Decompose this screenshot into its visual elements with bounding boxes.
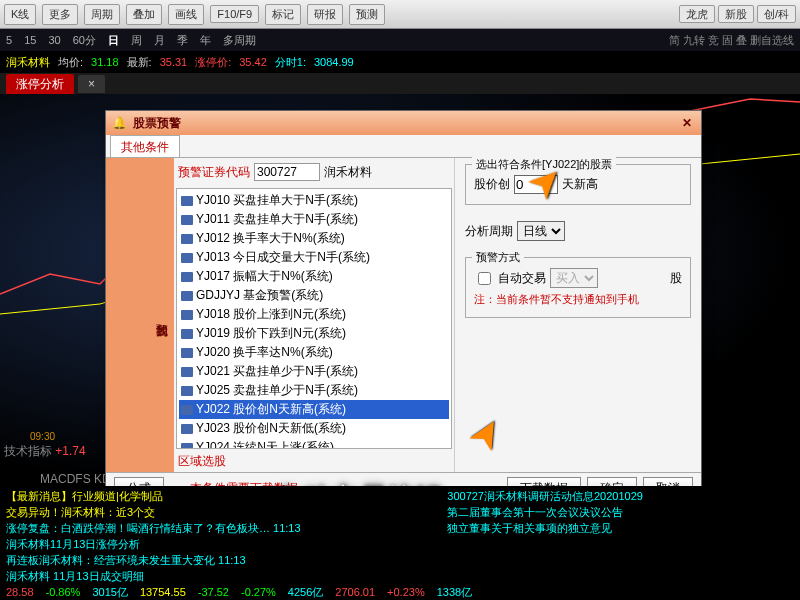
item-icon xyxy=(181,310,193,320)
dialog-title: 股票预警 xyxy=(133,115,181,132)
item-text: YJ025 卖盘挂单少于N手(系统) xyxy=(196,382,358,399)
condition-panel: 预警证券代码 润禾材料 YJ010 买盘挂单大于N手(系统)YJ011 卖盘挂单… xyxy=(174,158,455,472)
cond-YJ021[interactable]: YJ021 买盘挂单少于N手(系统) xyxy=(179,362,449,381)
region-select[interactable]: 区域选股 xyxy=(174,451,454,472)
period-select[interactable]: 日线 xyxy=(517,221,565,241)
item-text: YJ023 股价创N天新低(系统) xyxy=(196,420,346,437)
auto-trade-row: 自动交易 买入 股 xyxy=(474,268,682,288)
left-tab-my-alerts[interactable]: 我的预警 xyxy=(106,158,174,472)
code-row: 预警证券代码 润禾材料 xyxy=(174,158,454,186)
item-icon xyxy=(181,386,193,396)
cond-YJ012[interactable]: YJ012 换手率大于N%(系统) xyxy=(179,229,449,248)
filter-group-title: 选出符合条件[YJ022]的股票 xyxy=(472,157,616,172)
news-line[interactable]: 第二届董事会第十一次会议决议公告 xyxy=(447,504,794,520)
news-line[interactable]: 润禾材料 11月13日成交明细 xyxy=(6,568,432,584)
item-icon xyxy=(181,367,193,377)
item-icon xyxy=(181,424,193,434)
tf-day[interactable]: 日 xyxy=(108,33,119,48)
code-input[interactable] xyxy=(254,163,320,181)
item-text: YJ019 股价下跌到N元(系统) xyxy=(196,325,346,342)
item-icon xyxy=(181,329,193,339)
filter-group: 选出符合条件[YJ022]的股票 股价创 天新高 xyxy=(465,164,691,205)
cond-YJ022[interactable]: YJ022 股价创N天新高(系统) xyxy=(179,400,449,419)
alert-icon: 🔔 xyxy=(112,116,127,130)
item-icon xyxy=(181,291,193,301)
item-icon xyxy=(181,215,193,225)
condition-tree[interactable]: YJ010 买盘挂单大于N手(系统)YJ011 卖盘挂单大于N手(系统)YJ01… xyxy=(176,188,452,449)
news-line[interactable]: 独立董事关于相关事项的独立意见 xyxy=(447,520,794,536)
note-text: 注：当前条件暂不支持通知到手机 xyxy=(474,292,682,307)
auto-trade-checkbox[interactable] xyxy=(478,272,491,285)
f10-btn[interactable]: F10/F9 xyxy=(210,5,259,23)
newstock-btn[interactable]: 新股 xyxy=(718,5,754,23)
tab-other-cond[interactable]: 其他条件 xyxy=(110,135,180,157)
avg-value: 31.18 xyxy=(91,56,119,68)
draw-btn[interactable]: 画线 xyxy=(168,4,204,25)
item-text: YJ020 换手率达N%(系统) xyxy=(196,344,333,361)
item-text: YJ024 连续N天上涨(系统) xyxy=(196,439,334,449)
fs-value: 3084.99 xyxy=(314,56,354,68)
field-pre: 股价创 xyxy=(474,176,510,193)
more-btn[interactable]: 更多 xyxy=(42,4,78,25)
alert-method-group: 预警方式 自动交易 买入 股 注：当前条件暂不支持通知到手机 xyxy=(465,257,691,318)
right-tools: 简 九转 竞 固 叠 删自选线 xyxy=(669,33,794,48)
index-stats: 28.58 -0.86% 3015亿 13754.55 -37.52 -0.27… xyxy=(6,584,794,600)
cond-YJ019[interactable]: YJ019 股价下跌到N元(系统) xyxy=(179,324,449,343)
news-line[interactable]: 润禾材料11月13日涨停分析 xyxy=(6,536,432,552)
analysis-tabs: 涨停分析 × xyxy=(0,73,800,95)
tab-close[interactable]: × xyxy=(78,75,105,93)
research-btn[interactable]: 研报 xyxy=(307,4,343,25)
tf-5[interactable]: 5 xyxy=(6,34,12,46)
trade-dir-select[interactable]: 买入 xyxy=(550,268,598,288)
mark-btn[interactable]: 标记 xyxy=(265,4,301,25)
cond-GDJJYJ[interactable]: GDJJYJ 基金预警(系统) xyxy=(179,286,449,305)
cond-YJ010[interactable]: YJ010 买盘挂单大于N手(系统) xyxy=(179,191,449,210)
item-text: YJ010 买盘挂单大于N手(系统) xyxy=(196,192,358,209)
news-line[interactable]: 交易异动！润禾材料：近3个交 xyxy=(6,504,432,520)
cond-YJ017[interactable]: YJ017 振幅大于N%(系统) xyxy=(179,267,449,286)
tf-month[interactable]: 月 xyxy=(154,33,165,48)
item-text: YJ011 卖盘挂单大于N手(系统) xyxy=(196,211,358,228)
tab-zt-analysis[interactable]: 涨停分析 xyxy=(6,74,74,95)
tf-year[interactable]: 年 xyxy=(200,33,211,48)
cond-YJ024[interactable]: YJ024 连续N天上涨(系统) xyxy=(179,438,449,449)
days-input[interactable] xyxy=(514,175,558,194)
dialog-titlebar: 🔔 股票预警 ✕ xyxy=(106,111,701,135)
cond-YJ018[interactable]: YJ018 股价上涨到N元(系统) xyxy=(179,305,449,324)
timeframe-row: 5 15 30 60分 日 周 月 季 年 多周期 简 九转 竞 固 叠 删自选… xyxy=(0,29,800,51)
fs-label: 分时1: xyxy=(275,55,306,70)
cond-YJ013[interactable]: YJ013 今日成交量大于N手(系统) xyxy=(179,248,449,267)
kline-btn[interactable]: K线 xyxy=(4,4,36,25)
item-text: YJ012 换手率大于N%(系统) xyxy=(196,230,345,247)
item-text: YJ022 股价创N天新高(系统) xyxy=(196,401,346,418)
item-icon xyxy=(181,253,193,263)
tf-60[interactable]: 60分 xyxy=(73,33,96,48)
chuang-btn[interactable]: 创/科 xyxy=(757,5,796,23)
news-feed: 【最新消息】行业频道|化学制品交易异动！润禾材料：近3个交涨停复盘：白酒跌停潮！… xyxy=(0,486,800,600)
news-line[interactable]: 再连板润禾材料：经营环境未发生重大变化 11:13 xyxy=(6,552,432,568)
news-line[interactable]: 涨停复盘：白酒跌停潮！喝酒行情结束了？有色板块… 11:13 xyxy=(6,520,432,536)
forecast-btn[interactable]: 预测 xyxy=(349,4,385,25)
tf-quarter[interactable]: 季 xyxy=(177,33,188,48)
days-field: 股价创 天新高 xyxy=(474,175,682,194)
cond-YJ023[interactable]: YJ023 股价创N天新低(系统) xyxy=(179,419,449,438)
item-text: YJ017 振幅大于N%(系统) xyxy=(196,268,333,285)
cond-YJ011[interactable]: YJ011 卖盘挂单大于N手(系统) xyxy=(179,210,449,229)
item-text: GDJJYJ 基金预警(系统) xyxy=(196,287,323,304)
news-line[interactable]: 300727润禾材料调研活动信息20201029 xyxy=(447,488,794,504)
period-row: 分析周期 日线 xyxy=(465,221,691,241)
item-text: YJ013 今日成交量大于N手(系统) xyxy=(196,249,370,266)
overlay-btn[interactable]: 叠加 xyxy=(126,4,162,25)
cond-YJ025[interactable]: YJ025 卖盘挂单少于N手(系统) xyxy=(179,381,449,400)
news-line[interactable]: 【最新消息】行业频道|化学制品 xyxy=(6,488,432,504)
tf-15[interactable]: 15 xyxy=(24,34,36,46)
tf-30[interactable]: 30 xyxy=(48,34,60,46)
cond-YJ020[interactable]: YJ020 换手率达N%(系统) xyxy=(179,343,449,362)
cycle-btn[interactable]: 周期 xyxy=(84,4,120,25)
longhu-btn[interactable]: 龙虎 xyxy=(679,5,715,23)
item-icon xyxy=(181,196,193,206)
close-icon[interactable]: ✕ xyxy=(679,115,695,131)
tf-multi[interactable]: 多周期 xyxy=(223,33,256,48)
limit-value: 35.42 xyxy=(239,56,267,68)
tf-week[interactable]: 周 xyxy=(131,33,142,48)
